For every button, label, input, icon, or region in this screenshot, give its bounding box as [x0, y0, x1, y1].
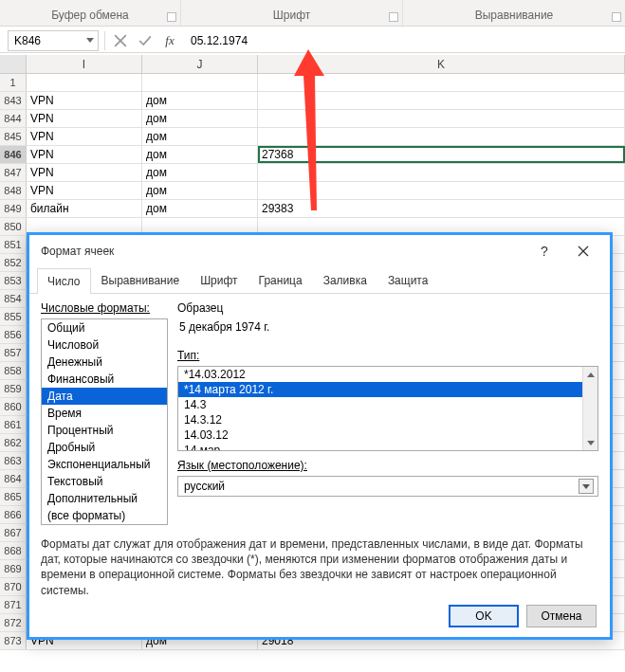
category-item[interactable]: Общий: [42, 319, 167, 336]
type-item[interactable]: 14.03.12: [178, 427, 597, 443]
table-row[interactable]: 847VPNдом: [0, 164, 625, 182]
name-box[interactable]: K846: [8, 30, 99, 51]
cell[interactable]: дом: [142, 110, 258, 127]
category-item[interactable]: Время: [42, 405, 167, 422]
category-item[interactable]: Дата: [42, 388, 167, 405]
cell[interactable]: 27368: [258, 146, 625, 163]
cell[interactable]: дом: [142, 182, 258, 199]
cell[interactable]: дом: [142, 92, 258, 109]
type-item[interactable]: *14.03.2012: [178, 367, 597, 382]
row-header[interactable]: 847: [0, 164, 27, 181]
category-item[interactable]: Текстовый: [42, 473, 167, 490]
category-item[interactable]: Денежный: [42, 354, 167, 371]
chevron-down-icon[interactable]: [86, 38, 94, 43]
select-all-corner[interactable]: [0, 55, 27, 73]
category-item[interactable]: (все форматы): [42, 507, 167, 524]
type-item[interactable]: 14 мар: [178, 443, 597, 451]
insert-function-button[interactable]: fx: [160, 31, 179, 50]
help-button[interactable]: ?: [532, 244, 557, 259]
category-list[interactable]: ОбщийЧисловойДенежныйФинансовыйДатаВремя…: [41, 318, 168, 525]
cell[interactable]: [27, 74, 142, 91]
cell[interactable]: билайн: [27, 200, 142, 217]
cancel-formula-button[interactable]: [111, 31, 130, 50]
scroll-down-button[interactable]: [583, 435, 597, 450]
row-header[interactable]: 850: [0, 218, 27, 235]
chevron-down-icon[interactable]: [579, 479, 594, 494]
category-item[interactable]: Числовой: [42, 336, 167, 354]
close-button[interactable]: [562, 238, 604, 264]
table-row[interactable]: 849билайндом29383: [0, 200, 625, 218]
tab-2[interactable]: Шрифт: [190, 267, 248, 293]
tab-3[interactable]: Граница: [248, 267, 313, 293]
row-header[interactable]: 868: [0, 542, 27, 559]
row-header[interactable]: 854: [0, 290, 27, 307]
enter-formula-button[interactable]: [136, 31, 155, 50]
row-header[interactable]: 861: [0, 416, 27, 433]
cell[interactable]: [258, 92, 625, 109]
row-header[interactable]: 859: [0, 380, 27, 397]
row-header[interactable]: 862: [0, 434, 27, 451]
row-header[interactable]: 843: [0, 92, 27, 109]
row-header[interactable]: 852: [0, 254, 27, 271]
table-row[interactable]: 846VPNдом27368: [0, 146, 625, 164]
row-header[interactable]: 857: [0, 344, 27, 361]
formula-input[interactable]: [185, 30, 617, 51]
cell[interactable]: [258, 74, 625, 91]
row-header[interactable]: 844: [0, 110, 27, 127]
table-row[interactable]: 845VPNдом: [0, 128, 625, 146]
row-header[interactable]: 871: [0, 596, 27, 613]
column-header-I[interactable]: I: [27, 55, 142, 73]
row-header[interactable]: 866: [0, 506, 27, 523]
dialog-launcher-icon[interactable]: [167, 12, 176, 22]
cell[interactable]: дом: [142, 164, 258, 181]
table-row[interactable]: 848VPNдом: [0, 182, 625, 200]
row-header[interactable]: 856: [0, 326, 27, 343]
cell[interactable]: дом: [142, 146, 258, 163]
row-header[interactable]: 846: [0, 146, 27, 163]
tab-5[interactable]: Защита: [377, 267, 439, 293]
row-header[interactable]: 855: [0, 308, 27, 325]
cell[interactable]: [258, 110, 625, 127]
column-header-J[interactable]: J: [142, 55, 258, 73]
cell[interactable]: дом: [142, 200, 258, 217]
category-item[interactable]: Процентный: [42, 422, 167, 439]
category-item[interactable]: Финансовый: [42, 371, 167, 388]
cell[interactable]: [258, 182, 625, 199]
cell[interactable]: VPN: [27, 92, 142, 109]
row-header[interactable]: 873: [0, 632, 27, 649]
type-item[interactable]: 14.3.12: [178, 412, 597, 427]
cell[interactable]: [142, 74, 258, 91]
locale-select[interactable]: русский: [177, 476, 598, 497]
row-header[interactable]: 1: [0, 74, 27, 91]
cell[interactable]: [258, 128, 625, 145]
dialog-launcher-icon[interactable]: [389, 12, 398, 22]
row-header[interactable]: 848: [0, 182, 27, 199]
category-item[interactable]: Экспоненциальный: [42, 456, 167, 473]
row-header[interactable]: 853: [0, 272, 27, 289]
cell[interactable]: VPN: [27, 110, 142, 127]
table-row[interactable]: 843VPNдом: [0, 92, 625, 110]
cell[interactable]: [258, 164, 625, 181]
tab-0[interactable]: Число: [37, 268, 91, 294]
cell[interactable]: VPN: [27, 164, 142, 181]
dialog-launcher-icon[interactable]: [612, 12, 621, 22]
row-header[interactable]: 872: [0, 614, 27, 631]
type-item[interactable]: *14 марта 2012 г.: [178, 382, 597, 397]
row-header[interactable]: 858: [0, 362, 27, 379]
type-item[interactable]: 14.3: [178, 397, 597, 412]
category-item[interactable]: Дробный: [42, 439, 167, 456]
category-item[interactable]: Дополнительный: [42, 490, 167, 507]
row-header[interactable]: 863: [0, 452, 27, 469]
dialog-titlebar[interactable]: Формат ячеек ?: [29, 235, 610, 267]
row-header[interactable]: 849: [0, 200, 27, 217]
cancel-button[interactable]: Отмена: [526, 605, 597, 627]
cell[interactable]: VPN: [27, 182, 142, 199]
row-header[interactable]: 867: [0, 524, 27, 541]
table-row[interactable]: 1: [0, 74, 625, 92]
cell[interactable]: дом: [142, 128, 258, 145]
row-header[interactable]: 845: [0, 128, 27, 145]
table-row[interactable]: 844VPNдом: [0, 110, 625, 128]
row-header[interactable]: 860: [0, 398, 27, 415]
row-header[interactable]: 864: [0, 470, 27, 487]
row-header[interactable]: 851: [0, 236, 27, 253]
